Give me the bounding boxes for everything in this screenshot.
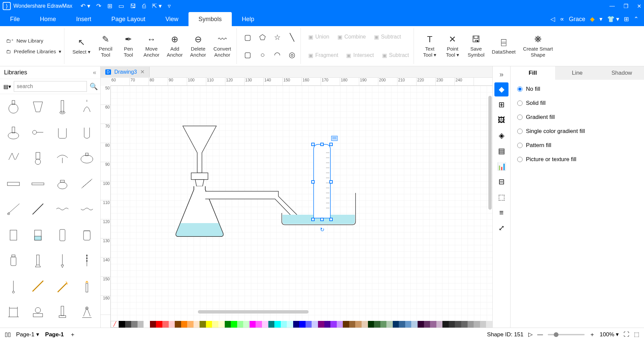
library-shape[interactable] — [51, 122, 74, 143]
color-swatch[interactable] — [281, 321, 287, 328]
tab-fill[interactable]: Fill — [511, 66, 555, 80]
color-swatch[interactable] — [299, 321, 306, 328]
predefine-libraries-button[interactable]: 🗀Predefine Libraries ▾ — [6, 49, 61, 55]
user-name[interactable]: Grace — [569, 16, 585, 23]
color-swatch[interactable] — [194, 321, 200, 328]
grid-panel-icon[interactable]: ⊞ — [494, 98, 508, 112]
search-input[interactable] — [14, 81, 87, 92]
color-swatch[interactable] — [430, 321, 436, 328]
subtract-button[interactable]: ▣ Subtract — [372, 32, 403, 42]
tool-create-smart-shape[interactable]: ❋Create Smart Shape — [520, 33, 555, 59]
color-swatch[interactable] — [181, 321, 187, 328]
tab-shadow[interactable]: Shadow — [599, 66, 644, 80]
canvas-scrollbar-v[interactable] — [488, 96, 492, 210]
rect-shape[interactable]: ▢ — [244, 33, 252, 42]
union-button[interactable]: ▣ Union — [306, 32, 331, 42]
library-shape[interactable] — [75, 173, 98, 194]
zoom-level[interactable]: 100% ▾ — [600, 331, 619, 338]
tool-point-tool[interactable]: ✕Point Tool ▾ — [442, 33, 463, 59]
collapse-ribbon-icon[interactable]: ⌃ — [634, 15, 639, 23]
selection-handle[interactable] — [320, 218, 324, 221]
library-shape[interactable] — [75, 147, 98, 168]
color-swatch[interactable] — [187, 321, 194, 328]
export-icon[interactable]: ⇱ ▾ — [152, 2, 162, 10]
library-shape[interactable] — [51, 250, 74, 271]
tab-line[interactable]: Line — [555, 66, 600, 80]
library-shape[interactable] — [2, 250, 25, 271]
component-panel-icon[interactable]: ⬚ — [494, 190, 508, 204]
color-swatch[interactable] — [362, 321, 368, 328]
menu-page-layout[interactable]: Page Layout — [101, 12, 155, 26]
fill-option-no-fill[interactable]: No fill — [517, 86, 637, 92]
color-swatch[interactable] — [374, 321, 380, 328]
color-swatch[interactable] — [262, 321, 268, 328]
color-swatch[interactable] — [268, 321, 275, 328]
zoom-slider[interactable] — [548, 334, 585, 335]
color-swatch[interactable] — [144, 321, 150, 328]
library-shape[interactable] — [2, 276, 25, 296]
library-shape[interactable] — [51, 147, 74, 168]
library-shape[interactable] — [2, 224, 25, 245]
color-swatch[interactable] — [225, 321, 231, 328]
selection-handle[interactable] — [329, 180, 333, 184]
close-icon[interactable]: ✕ — [637, 3, 641, 9]
distribute-panel-icon[interactable]: ⤢ — [494, 221, 508, 235]
color-swatch[interactable] — [169, 321, 175, 328]
expand-panel-icon[interactable]: » — [497, 68, 505, 81]
pentagon-shape[interactable]: ⬠ — [258, 33, 267, 42]
color-swatch[interactable] — [405, 321, 412, 328]
roundrect-shape[interactable]: ▢ — [244, 51, 252, 59]
library-shape[interactable] — [2, 199, 25, 219]
no-color-swatch[interactable]: ╱ — [111, 321, 119, 328]
color-swatch[interactable] — [368, 321, 374, 328]
zoom-out-icon[interactable]: — — [537, 331, 543, 338]
fill-option-single-color-gradient-fill[interactable]: Single color gradient fill — [517, 128, 637, 135]
library-shape[interactable] — [51, 276, 74, 296]
drawing-canvas[interactable]: ↻ — [111, 86, 492, 321]
search-icon[interactable]: 🔍 — [90, 82, 98, 90]
apps-icon[interactable]: ⊞ — [624, 15, 629, 23]
view-mode-icon[interactable]: ▯▯ — [5, 331, 11, 338]
tool-convert-anchor[interactable]: 〰Convert Anchor — [211, 33, 234, 59]
selection-handle[interactable] — [329, 143, 333, 146]
intersect-button[interactable]: ▣ Intersect — [344, 51, 376, 60]
library-shape[interactable] — [2, 173, 25, 194]
table-panel-icon[interactable]: ⊟ — [494, 175, 508, 189]
color-swatch[interactable] — [468, 321, 474, 328]
tool-move-anchor[interactable]: ↔Move Anchor — [141, 33, 162, 59]
library-shape[interactable] — [26, 276, 50, 296]
color-swatch[interactable] — [474, 321, 480, 328]
library-shape[interactable] — [75, 199, 98, 219]
new-icon[interactable]: ⊞ — [107, 2, 112, 10]
image-panel-icon[interactable]: 🖼 — [494, 113, 508, 127]
library-shape[interactable] — [2, 301, 25, 322]
library-menu-icon[interactable]: ▤▾ — [3, 83, 11, 90]
menu-home[interactable]: Home — [30, 12, 66, 26]
color-swatch[interactable] — [386, 321, 393, 328]
color-swatch[interactable] — [312, 321, 318, 328]
fill-option-pattern-fill[interactable]: Pattern fill — [517, 142, 637, 149]
color-swatch[interactable] — [449, 321, 455, 328]
library-shape[interactable] — [2, 96, 25, 117]
fill-option-picture-or-texture-fill[interactable]: Picture or texture fill — [517, 156, 637, 163]
fit-page-icon[interactable]: ⛶ — [624, 331, 629, 338]
tool-text-tool[interactable]: TText Tool ▾ — [419, 33, 440, 59]
menu-view[interactable]: View — [155, 12, 189, 26]
color-swatch[interactable] — [393, 321, 399, 328]
library-shape[interactable] — [51, 224, 74, 245]
library-shape[interactable] — [51, 96, 74, 117]
library-shape[interactable] — [51, 199, 74, 219]
color-swatch[interactable] — [125, 321, 131, 328]
library-shape[interactable] — [26, 147, 50, 168]
selection-handle[interactable] — [311, 143, 315, 146]
share-icon[interactable]: ∝ — [560, 15, 564, 23]
color-swatch[interactable] — [306, 321, 312, 328]
selection-handle[interactable] — [320, 143, 324, 146]
color-swatch[interactable] — [138, 321, 144, 328]
color-swatch[interactable] — [486, 321, 492, 328]
page-selector[interactable]: Page-1 ▾ — [16, 331, 39, 338]
print-icon[interactable]: ⎙ — [142, 3, 146, 10]
send-icon[interactable]: ◁ — [550, 15, 555, 23]
spiral-shape[interactable]: ◎ — [288, 51, 297, 59]
new-library-button[interactable]: 🗀⁺New Library — [6, 38, 43, 44]
